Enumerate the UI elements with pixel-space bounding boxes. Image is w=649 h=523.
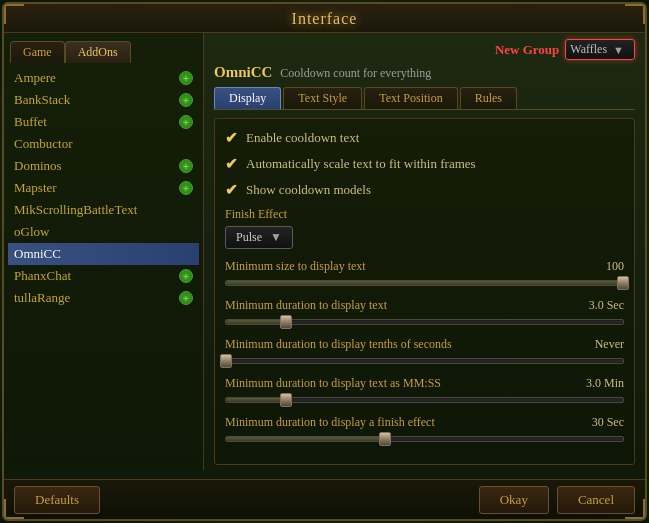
addon-plus-button[interactable]: + bbox=[179, 269, 193, 283]
track-fill bbox=[226, 398, 286, 402]
track-background bbox=[225, 319, 624, 325]
panel-tabs: DisplayText StyleText PositionRules bbox=[214, 87, 635, 110]
slider-section: Minimum duration to display a finish eff… bbox=[225, 415, 624, 446]
new-group-section: New Group Waffles ▼ bbox=[214, 39, 635, 60]
addon-item[interactable]: Ampere+ bbox=[8, 67, 199, 89]
track-background bbox=[225, 397, 624, 403]
addon-plus-button[interactable]: + bbox=[179, 115, 193, 129]
finish-effect-value: Pulse bbox=[236, 230, 262, 245]
slider-value: 3.0 Sec bbox=[589, 298, 624, 313]
panel-tab-rules[interactable]: Rules bbox=[460, 87, 517, 109]
addon-item[interactable]: Mapster+ bbox=[8, 177, 199, 199]
slider-label: Minimum duration to display text as MM:S… bbox=[225, 376, 441, 391]
finish-effect-label: Finish Effect bbox=[225, 207, 624, 222]
sidebar-tabs: Game AddOns bbox=[4, 37, 203, 63]
addon-item-label: oGlow bbox=[14, 224, 49, 240]
track-fill bbox=[226, 437, 385, 441]
slider-label: Minimum duration to display text bbox=[225, 298, 387, 313]
addon-list: Ampere+BankStack+Buffet+CombuctorDominos… bbox=[4, 67, 203, 309]
finish-effect-dropdown-row: Pulse ▼ bbox=[225, 226, 624, 249]
panel-tab-display[interactable]: Display bbox=[214, 87, 281, 109]
addon-item[interactable]: Buffet+ bbox=[8, 111, 199, 133]
panel-tab-text-position[interactable]: Text Position bbox=[364, 87, 458, 109]
slider-header: Minimum duration to display text as MM:S… bbox=[225, 376, 624, 391]
slider-label: Minimum duration to display a finish eff… bbox=[225, 415, 435, 430]
checkbox-label: Show cooldown models bbox=[246, 182, 371, 198]
slider-thumb[interactable] bbox=[379, 432, 391, 446]
addon-item-label: MikScrollingBattleText bbox=[14, 202, 137, 218]
finish-effect-arrow: ▼ bbox=[270, 230, 282, 245]
addon-item-label: Buffet bbox=[14, 114, 47, 130]
slider-track[interactable] bbox=[225, 276, 624, 290]
slider-label: Minimum size to display text bbox=[225, 259, 366, 274]
defaults-button[interactable]: Defaults bbox=[14, 486, 100, 514]
slider-value: 3.0 Min bbox=[586, 376, 624, 391]
addon-description: Cooldown count for everything bbox=[280, 66, 431, 81]
sidebar: Game AddOns Ampere+BankStack+Buffet+Comb… bbox=[4, 33, 204, 470]
addon-plus-button[interactable]: + bbox=[179, 71, 193, 85]
slider-track[interactable] bbox=[225, 315, 624, 329]
tab-addons[interactable]: AddOns bbox=[65, 41, 131, 63]
checkbox-row[interactable]: ✔Automatically scale text to fit within … bbox=[225, 155, 624, 173]
slider-section: Minimum duration to display text as MM:S… bbox=[225, 376, 624, 407]
slider-section: Minimum duration to display text3.0 Sec bbox=[225, 298, 624, 329]
panel-tab-text-style[interactable]: Text Style bbox=[283, 87, 362, 109]
track-background bbox=[225, 358, 624, 364]
slider-header: Minimum duration to display text3.0 Sec bbox=[225, 298, 624, 313]
checkmark-icon: ✔ bbox=[225, 155, 238, 173]
slider-value: Never bbox=[595, 337, 624, 352]
new-group-label: New Group bbox=[495, 42, 559, 58]
addon-plus-button[interactable]: + bbox=[179, 181, 193, 195]
new-group-dropdown[interactable]: Waffles ▼ bbox=[565, 39, 635, 60]
slider-track[interactable] bbox=[225, 354, 624, 368]
addon-item-label: Combuctor bbox=[14, 136, 73, 152]
slider-label: Minimum duration to display tenths of se… bbox=[225, 337, 452, 352]
slider-header: Minimum size to display text100 bbox=[225, 259, 624, 274]
addon-item[interactable]: MikScrollingBattleText bbox=[8, 199, 199, 221]
addon-item-label: BankStack bbox=[14, 92, 70, 108]
checkmark-icon: ✔ bbox=[225, 129, 238, 147]
slider-thumb[interactable] bbox=[280, 393, 292, 407]
checkmark-icon: ✔ bbox=[225, 181, 238, 199]
addon-plus-button[interactable]: + bbox=[179, 159, 193, 173]
addon-plus-button[interactable]: + bbox=[179, 291, 193, 305]
slider-section: Minimum duration to display tenths of se… bbox=[225, 337, 624, 368]
slider-thumb[interactable] bbox=[280, 315, 292, 329]
addon-item-label: Mapster bbox=[14, 180, 57, 196]
addon-item[interactable]: OmniCC bbox=[8, 243, 199, 265]
slider-track[interactable] bbox=[225, 432, 624, 446]
main-panel: New Group Waffles ▼ OmniCC Cooldown coun… bbox=[204, 33, 645, 470]
title-bar: Interface bbox=[4, 4, 645, 33]
addon-item-label: tullaRange bbox=[14, 290, 70, 306]
checkbox-label: Enable cooldown text bbox=[246, 130, 359, 146]
btn-right-group: Okay Cancel bbox=[479, 486, 635, 514]
slider-section: Minimum size to display text100 bbox=[225, 259, 624, 290]
slider-header: Minimum duration to display tenths of se… bbox=[225, 337, 624, 352]
track-fill bbox=[226, 281, 623, 285]
slider-header: Minimum duration to display a finish eff… bbox=[225, 415, 624, 430]
tab-game[interactable]: Game bbox=[10, 41, 65, 63]
addon-item[interactable]: Dominos+ bbox=[8, 155, 199, 177]
checkbox-row[interactable]: ✔Enable cooldown text bbox=[225, 129, 624, 147]
addon-item[interactable]: oGlow bbox=[8, 221, 199, 243]
addon-item-label: Dominos bbox=[14, 158, 62, 174]
addon-item-label: PhanxChat bbox=[14, 268, 71, 284]
checkbox-row[interactable]: ✔Show cooldown models bbox=[225, 181, 624, 199]
track-fill bbox=[226, 320, 286, 324]
slider-thumb[interactable] bbox=[617, 276, 629, 290]
addon-item[interactable]: PhanxChat+ bbox=[8, 265, 199, 287]
okay-button[interactable]: Okay bbox=[479, 486, 549, 514]
slider-value: 100 bbox=[606, 259, 624, 274]
addon-plus-button[interactable]: + bbox=[179, 93, 193, 107]
new-group-value: Waffles bbox=[570, 42, 607, 57]
addon-item[interactable]: tullaRange+ bbox=[8, 287, 199, 309]
addon-item[interactable]: Combuctor bbox=[8, 133, 199, 155]
window-title: Interface bbox=[4, 10, 645, 28]
cancel-button[interactable]: Cancel bbox=[557, 486, 635, 514]
finish-effect-dropdown[interactable]: Pulse ▼ bbox=[225, 226, 293, 249]
slider-track[interactable] bbox=[225, 393, 624, 407]
addon-item[interactable]: BankStack+ bbox=[8, 89, 199, 111]
track-background bbox=[225, 436, 624, 442]
slider-thumb[interactable] bbox=[220, 354, 232, 368]
track-background bbox=[225, 280, 624, 286]
